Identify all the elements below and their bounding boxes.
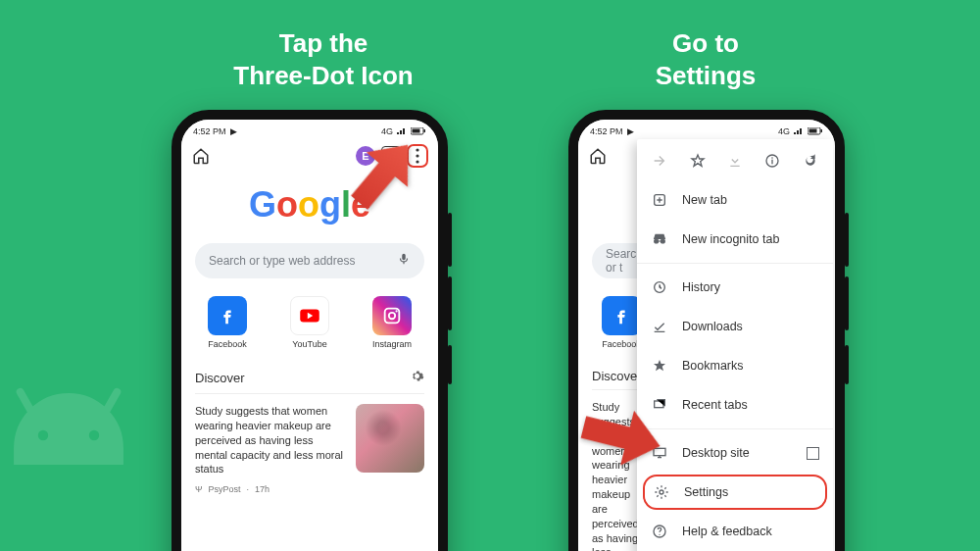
gear-icon	[653, 483, 670, 501]
home-icon	[192, 147, 210, 165]
psi-icon: Ψ	[195, 484, 203, 494]
arrow-right-icon	[652, 153, 667, 169]
volume-up-button[interactable]	[845, 213, 849, 267]
svg-point-5	[416, 148, 418, 151]
search-bar[interactable]: Search or type web address	[195, 243, 424, 278]
article-age: 17h	[255, 484, 270, 494]
menu-item-history[interactable]: History	[637, 268, 833, 307]
shortcuts-row: Facebook YouTube Instagram	[181, 296, 438, 349]
article-text: Study suggests that women wearing heavie…	[195, 404, 346, 476]
svg-rect-21	[654, 448, 665, 455]
menu-label: New incognito tab	[682, 232, 779, 246]
article-text: Study suggests that women wearing heavie…	[592, 400, 641, 551]
gear-icon	[410, 369, 424, 383]
menu-item-bookmarks[interactable]: Bookmarks	[637, 346, 833, 385]
article-meta: Ψ PsyPost · 17h	[195, 484, 424, 494]
volume-down-button[interactable]	[448, 276, 452, 330]
tab-count: 9	[388, 150, 394, 162]
google-logo: Google	[181, 184, 438, 225]
info-button[interactable]	[762, 151, 782, 171]
home-icon	[589, 147, 607, 165]
caption-left-line2: Three-Dot Icon	[233, 61, 413, 90]
svg-rect-13	[809, 129, 817, 133]
article-thumbnail	[356, 404, 424, 473]
menu-label: Bookmarks	[682, 359, 744, 373]
discover-heading: Discover	[592, 369, 642, 383]
discover-article[interactable]: Study suggests that women wearing heavie…	[195, 393, 424, 476]
mic-button[interactable]	[397, 252, 411, 270]
menu-item-recent-tabs[interactable]: Recent tabs	[637, 385, 833, 425]
status-net: 4G	[778, 126, 790, 136]
incognito-icon	[651, 230, 668, 248]
status-app-icon: ▶	[230, 126, 237, 136]
svg-point-0	[38, 430, 48, 440]
download-button[interactable]	[725, 151, 745, 171]
volume-up-button[interactable]	[448, 213, 452, 267]
shortcut-label: Instagram	[365, 339, 419, 349]
search-placeholder: Search or type web address	[209, 254, 355, 268]
signal-icon	[396, 127, 408, 135]
desktop-icon	[651, 444, 668, 462]
menu-item-new-tab[interactable]: New tab	[637, 180, 833, 220]
reload-icon	[803, 153, 818, 169]
help-icon	[651, 523, 668, 540]
svg-rect-14	[821, 129, 823, 132]
svg-point-10	[389, 313, 395, 319]
menu-label: Downloads	[682, 320, 743, 333]
volume-down-button[interactable]	[845, 276, 849, 330]
power-button[interactable]	[845, 345, 849, 384]
caption-right-line2: Settings	[656, 61, 757, 90]
download-check-icon	[651, 318, 668, 335]
menu-item-desktop-site[interactable]: Desktop site	[637, 433, 833, 473]
forward-button[interactable]	[650, 151, 669, 171]
menu-label: History	[682, 280, 720, 294]
menu-item-downloads[interactable]: Downloads	[637, 307, 833, 346]
menu-item-incognito[interactable]: New incognito tab	[637, 220, 833, 259]
shortcut-youtube[interactable]: YouTube	[282, 296, 337, 349]
status-bar: 4:52 PM ▶ 4G	[181, 120, 438, 139]
home-button[interactable]	[588, 146, 608, 166]
svg-rect-4	[424, 129, 426, 132]
download-icon	[727, 153, 743, 169]
signal-icon	[793, 127, 805, 135]
menu-label: Help & feedback	[682, 525, 772, 538]
menu-item-help[interactable]: Help & feedback	[637, 512, 833, 551]
menu-label: Recent tabs	[682, 398, 748, 412]
status-time: 4:52 PM	[590, 126, 623, 136]
reload-button[interactable]	[801, 151, 820, 171]
power-button[interactable]	[448, 345, 452, 384]
browser-toolbar: E 9	[181, 139, 438, 173]
svg-rect-3	[413, 129, 420, 133]
desktop-checkbox[interactable]	[807, 447, 819, 460]
caption-right: Go to Settings	[549, 27, 862, 91]
profile-avatar[interactable]: E	[356, 146, 375, 166]
shortcut-facebook[interactable]: Facebook	[200, 296, 255, 349]
svg-point-1	[89, 430, 99, 440]
battery-icon	[808, 127, 823, 135]
status-net: 4G	[381, 126, 393, 136]
facebook-icon	[602, 296, 641, 335]
svg-point-22	[660, 490, 663, 494]
facebook-icon	[208, 296, 247, 335]
menu-item-settings[interactable]: Settings	[643, 475, 827, 510]
discover-heading: Discover	[195, 371, 245, 385]
overflow-menu: New tab New incognito tab History Downlo…	[637, 139, 833, 551]
three-dot-menu-button[interactable]	[407, 144, 428, 168]
bookmark-button[interactable]	[688, 151, 708, 171]
tab-switcher-button[interactable]: 9	[381, 146, 401, 166]
svg-point-6	[416, 154, 418, 157]
article-source: PsyPost	[209, 484, 241, 494]
svg-point-17	[772, 157, 774, 159]
svg-rect-16	[772, 160, 773, 165]
shortcut-instagram[interactable]: Instagram	[365, 296, 419, 349]
recent-tabs-icon	[651, 396, 668, 414]
phone-step-2: 4:52 PM ▶ 4G Google Search or t Fac	[568, 110, 845, 551]
menu-label: Settings	[684, 485, 728, 499]
home-button[interactable]	[191, 146, 211, 166]
discover-settings-button[interactable]	[410, 369, 424, 387]
status-app-icon: ▶	[627, 126, 634, 136]
three-dot-icon	[416, 148, 419, 164]
avatar-initial: E	[362, 150, 368, 162]
svg-point-24	[659, 534, 660, 535]
svg-point-7	[416, 160, 418, 163]
